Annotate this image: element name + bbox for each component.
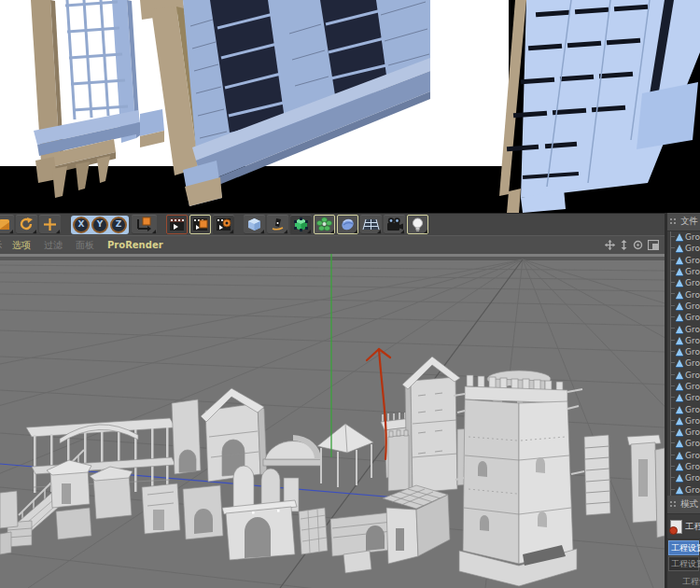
tree-branch xyxy=(670,392,671,403)
menu-item-cut[interactable]: 示 xyxy=(0,239,2,252)
render-view-icon[interactable] xyxy=(166,215,188,234)
panel-handle-icon[interactable] xyxy=(669,217,678,226)
menu-item-options[interactable]: 选项 xyxy=(12,239,31,252)
object-row[interactable]: Gro xyxy=(667,484,700,496)
object-row[interactable]: Gro xyxy=(667,335,700,346)
selection-tool-icon[interactable] xyxy=(0,215,14,234)
axis-letter-z: Z xyxy=(116,220,122,229)
tree-branch xyxy=(670,357,671,369)
tree-branch xyxy=(670,323,671,334)
project-row[interactable]: 工程 xyxy=(667,514,700,539)
render-to-picture-viewer-icon[interactable] xyxy=(189,215,211,234)
object-row[interactable]: Gro xyxy=(667,403,700,414)
menu-item-panel[interactable]: 面板 xyxy=(76,239,94,252)
menu-item-filter[interactable]: 过滤 xyxy=(44,239,63,252)
rotate-tool-icon[interactable] xyxy=(16,215,37,234)
object-row[interactable]: Gro xyxy=(667,461,700,472)
camera-icon[interactable] xyxy=(384,215,405,234)
tree-branch xyxy=(670,243,671,254)
toggle-view-icon[interactable] xyxy=(648,240,659,250)
object-label: Gro xyxy=(685,313,700,322)
object-label: Gro xyxy=(685,232,700,242)
generator-cube-icon[interactable] xyxy=(290,215,312,234)
object-label: Gro xyxy=(685,267,700,276)
model-collection xyxy=(0,357,665,586)
object-row[interactable]: Gro xyxy=(667,288,700,300)
object-label: Gro xyxy=(685,290,700,300)
tab-project-settings-active[interactable]: 工程设置 xyxy=(668,540,699,555)
tab-project-settings-inactive[interactable]: 工程设置 xyxy=(668,556,699,571)
coordinate-system-icon[interactable] xyxy=(132,215,157,234)
showcase-image xyxy=(0,0,700,213)
object-row[interactable]: Gro xyxy=(667,392,700,403)
perspective-viewport[interactable] xyxy=(0,254,665,588)
rotate-view-icon[interactable] xyxy=(633,240,643,250)
object-row[interactable]: Gro xyxy=(667,323,700,334)
object-row[interactable]: Gro xyxy=(667,427,700,438)
object-label: Gro xyxy=(685,371,700,380)
environment-sphere-icon[interactable] xyxy=(337,215,358,234)
axis-lock-z-icon[interactable]: Z xyxy=(110,217,127,233)
model-castle-tower xyxy=(454,371,584,586)
light-icon[interactable] xyxy=(407,215,428,234)
object-row[interactable]: Gro xyxy=(667,357,700,369)
object-row[interactable]: Gro xyxy=(667,472,700,483)
axis-lock-x-icon[interactable]: X xyxy=(73,217,90,233)
tree-branch xyxy=(670,472,671,483)
null-object-icon xyxy=(676,417,683,425)
pan-icon[interactable] xyxy=(605,240,615,250)
null-object-icon xyxy=(676,486,683,494)
model-arch-hall xyxy=(222,500,297,560)
null-object-icon xyxy=(676,326,683,333)
object-row[interactable]: Gro xyxy=(667,312,700,323)
tree-branch xyxy=(670,450,671,461)
model-rack xyxy=(584,435,610,515)
move-tool-icon[interactable] xyxy=(39,215,61,234)
object-row[interactable]: Gro xyxy=(667,450,700,461)
object-row[interactable]: Gro xyxy=(667,231,700,243)
object-row[interactable]: Gro xyxy=(667,277,700,288)
primitive-cube-icon[interactable] xyxy=(244,215,265,234)
tree-branch xyxy=(670,301,671,312)
attribute-manager-menu[interactable]: 模式 xyxy=(680,498,698,511)
object-row[interactable]: Gro xyxy=(667,381,700,392)
null-object-icon xyxy=(676,302,683,310)
object-row[interactable]: Gro xyxy=(667,415,700,427)
main-toolbar: X Y Z xyxy=(0,213,665,235)
axis-lock-group: X Y Z xyxy=(71,216,129,234)
object-label: Gro xyxy=(685,439,700,448)
cinema4d-window: { "showcase": { "background_left": "#fff… xyxy=(0,0,700,588)
object-row[interactable]: Gro xyxy=(667,255,700,266)
object-row[interactable]: Gro xyxy=(667,266,700,277)
tree-branch xyxy=(670,370,671,381)
model-boxes-mid xyxy=(142,483,223,539)
object-row[interactable]: Gro xyxy=(667,346,700,357)
object-label: Gro xyxy=(685,427,700,437)
edit-render-settings-icon[interactable] xyxy=(213,215,234,234)
panel-handle-icon[interactable] xyxy=(669,500,678,509)
null-object-icon xyxy=(676,406,683,413)
object-label: Gro xyxy=(685,244,700,253)
object-row[interactable]: Gro xyxy=(667,301,700,312)
object-manager-menu[interactable]: 文件 xyxy=(680,216,698,228)
viewport-menubar: 示 选项 过滤 面板 ProRender xyxy=(0,235,665,254)
deformer-flower-icon[interactable] xyxy=(314,215,335,234)
workplane-grid-icon[interactable] xyxy=(360,215,382,234)
tab-label: 工程设置 xyxy=(671,542,700,554)
null-object-icon xyxy=(676,348,683,356)
spline-pen-icon[interactable] xyxy=(267,215,288,234)
object-label: Gro xyxy=(685,405,700,414)
object-tree: Gro Gro Gro Gro Gro xyxy=(667,231,700,496)
section-label: 工程设 xyxy=(667,572,700,588)
object-row[interactable]: Gro xyxy=(667,370,700,381)
tree-branch xyxy=(670,403,671,414)
object-row[interactable]: Gro xyxy=(667,438,700,449)
axis-lock-y-icon[interactable]: Y xyxy=(91,217,108,233)
object-label: Gro xyxy=(685,301,700,311)
model-arch-wall xyxy=(172,399,201,474)
null-object-icon xyxy=(676,233,683,241)
dolly-icon[interactable] xyxy=(620,240,628,250)
menu-item-prorender[interactable]: ProRender xyxy=(107,240,163,250)
viewport-controls xyxy=(600,240,659,250)
object-row[interactable]: Gro xyxy=(667,243,700,254)
